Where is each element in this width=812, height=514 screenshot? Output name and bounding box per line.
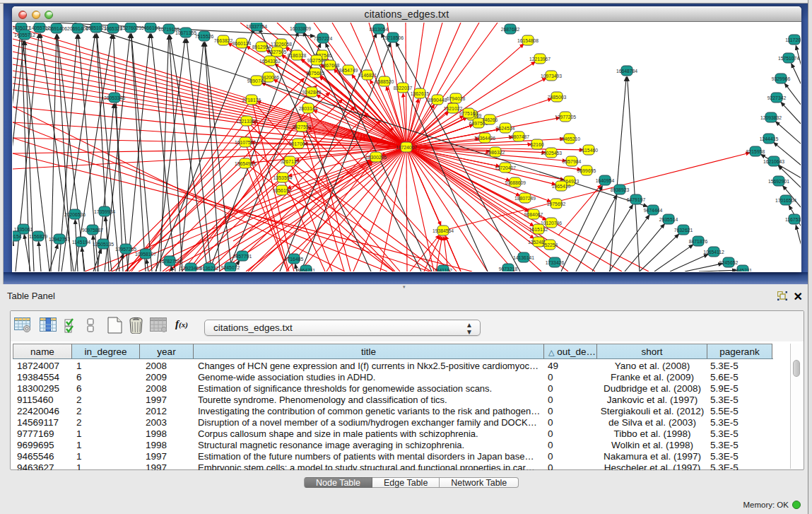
svg-text:16033809: 16033809 (290, 26, 311, 31)
svg-text:62160: 62160 (531, 142, 544, 147)
svg-text:12977205: 12977205 (555, 115, 576, 119)
svg-text:12505135: 12505135 (93, 242, 114, 247)
svg-text:1733426: 1733426 (546, 260, 565, 265)
svg-text:8990448: 8990448 (428, 98, 447, 103)
svg-text:17359934: 17359934 (94, 209, 115, 214)
svg-text:9474444: 9474444 (644, 208, 663, 213)
svg-text:9329966: 9329966 (772, 76, 791, 81)
svg-text:9115460: 9115460 (579, 148, 598, 153)
svg-text:19218506: 19218506 (382, 35, 404, 40)
svg-text:16543362: 16543362 (259, 59, 281, 64)
svg-text:12923468: 12923468 (180, 266, 201, 271)
svg-text:7663822: 7663822 (214, 38, 233, 43)
svg-text:16782759: 16782759 (159, 259, 180, 264)
svg-text:1156829: 1156829 (29, 234, 47, 239)
svg-text:21364436: 21364436 (474, 136, 495, 141)
svg-text:1965410: 1965410 (552, 184, 571, 189)
svg-text:7641102: 7641102 (434, 268, 452, 272)
svg-text:3267130: 3267130 (281, 159, 300, 164)
svg-text:90975887: 90975887 (82, 228, 103, 233)
svg-text:10671355: 10671355 (175, 30, 196, 35)
svg-text:252254: 252254 (542, 243, 558, 247)
svg-text:3624534: 3624534 (496, 126, 515, 131)
svg-text:9775169: 9775169 (459, 111, 478, 116)
svg-text:20206536: 20206536 (64, 212, 86, 217)
svg-text:2803144: 2803144 (299, 106, 318, 111)
svg-text:9699695: 9699695 (577, 168, 596, 173)
svg-text:39154: 39154 (13, 234, 22, 239)
svg-text:9146821: 9146821 (358, 73, 377, 78)
svg-text:10120746: 10120746 (541, 221, 562, 226)
svg-text:9356190: 9356190 (273, 188, 292, 193)
svg-text:9073218: 9073218 (499, 267, 518, 271)
svg-text:1588520: 1588520 (375, 79, 394, 84)
svg-text:1615132: 1615132 (529, 227, 548, 232)
svg-text:8215958: 8215958 (746, 149, 765, 154)
svg-text:8186328: 8186328 (288, 53, 307, 58)
svg-text:8471876: 8471876 (689, 239, 708, 244)
svg-text:18724007: 18724007 (396, 145, 417, 150)
svg-text:10025453: 10025453 (541, 151, 562, 156)
svg-text:1145194: 1145194 (72, 240, 90, 245)
svg-text:8427552: 8427552 (293, 124, 312, 129)
svg-text:8064711: 8064711 (297, 268, 315, 272)
svg-text:1621022: 1621022 (444, 106, 463, 111)
svg-text:18337754: 18337754 (246, 24, 267, 29)
svg-text:9445211: 9445211 (734, 268, 752, 272)
svg-text:10807487: 10807487 (508, 134, 529, 139)
svg-text:2867608: 2867608 (321, 63, 340, 68)
svg-text:9136222: 9136222 (200, 266, 219, 271)
svg-text:1975692: 1975692 (547, 201, 566, 206)
svg-text:16154808: 16154808 (517, 38, 539, 43)
svg-text:16210643: 16210643 (763, 159, 784, 164)
svg-text:18807249: 18807249 (514, 196, 536, 201)
svg-text:3875685: 3875685 (306, 71, 325, 76)
svg-text:9435071: 9435071 (13, 25, 30, 30)
svg-text:15720407: 15720407 (495, 165, 516, 170)
svg-text:8813054: 8813054 (370, 27, 389, 32)
svg-text:2687682: 2687682 (501, 27, 520, 32)
svg-text:7986322: 7986322 (486, 150, 505, 155)
svg-text:8322037: 8322037 (394, 86, 413, 90)
svg-text:9017004: 9017004 (289, 141, 308, 146)
svg-text:7357224: 7357224 (314, 36, 333, 41)
svg-text:12093832: 12093832 (760, 115, 782, 120)
svg-text:20691406: 20691406 (46, 26, 67, 31)
svg-text:6794028: 6794028 (447, 96, 466, 101)
svg-text:1353594: 1353594 (273, 175, 293, 180)
svg-text:10654112: 10654112 (703, 250, 724, 255)
svg-text:2718176: 2718176 (242, 98, 261, 103)
svg-text:7632621: 7632621 (674, 228, 693, 233)
svg-text:12213369: 12213369 (236, 119, 257, 124)
svg-text:9084067: 9084067 (524, 212, 543, 217)
svg-text:14136141: 14136141 (513, 255, 534, 260)
svg-text:1167533: 1167533 (785, 217, 801, 222)
svg-text:1335061: 1335061 (14, 227, 33, 232)
svg-text:19654983: 19654983 (235, 161, 256, 166)
svg-text:1244415: 1244415 (760, 136, 779, 141)
svg-text:9457791: 9457791 (233, 254, 252, 259)
svg-text:9227342: 9227342 (767, 95, 787, 100)
svg-text:10688609: 10688609 (505, 180, 526, 185)
svg-text:10958107: 10958107 (135, 252, 156, 257)
svg-text:6479197: 6479197 (627, 197, 646, 202)
svg-text:9357984: 9357984 (563, 159, 582, 164)
svg-text:14055712: 14055712 (14, 33, 35, 37)
svg-text:9245072: 9245072 (221, 265, 240, 270)
svg-text:18300295: 18300295 (365, 155, 387, 160)
svg-text:9242848: 9242848 (302, 90, 322, 95)
svg-text:1640954: 1640954 (596, 178, 615, 183)
svg-text:9327505: 9327505 (268, 49, 287, 54)
svg-text:13226058: 13226058 (271, 42, 292, 47)
svg-text:26053346: 26053346 (104, 95, 125, 100)
svg-text:1117208: 1117208 (785, 37, 801, 42)
svg-text:12213967: 12213967 (529, 57, 551, 62)
svg-text:7515526: 7515526 (195, 34, 214, 39)
svg-text:15692901: 15692901 (768, 179, 789, 184)
svg-text:17957255: 17957255 (115, 247, 136, 252)
svg-text:9716485: 9716485 (285, 257, 304, 262)
svg-text:8454749: 8454749 (339, 68, 358, 73)
svg-text:16107552: 16107552 (235, 140, 256, 145)
svg-text:10973493: 10973493 (541, 74, 562, 78)
svg-text:9890744: 9890744 (247, 78, 266, 83)
